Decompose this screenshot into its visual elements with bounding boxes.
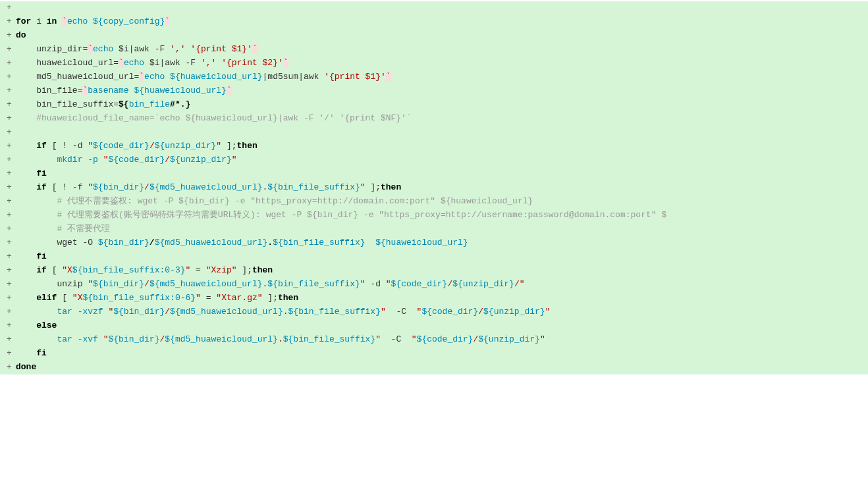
diff-sign: +: [7, 84, 16, 98]
kw-for: for: [16, 16, 31, 26]
code: fi: [16, 250, 861, 264]
diff-line: + # 代理需要鉴权(账号密码特殊字符均需要URL转义): wget -P ${…: [0, 209, 868, 222]
code: #huaweicloud_file_name=`echo ${huaweiclo…: [16, 112, 861, 126]
diff-line: + bin_file=`basename ${huaweicloud_url}`: [0, 84, 868, 98]
diff-line: + fi: [0, 167, 868, 181]
diff-sign: +: [7, 112, 16, 126]
diff-line: + huaweicloud_url=`echo $i|awk -F ',' '{…: [0, 57, 868, 70]
kw-do: do: [16, 30, 26, 40]
backtick: `: [283, 58, 288, 68]
code: [16, 126, 861, 140]
diff-sign: +: [7, 167, 16, 181]
diff-line: +: [0, 1, 868, 15]
diff-sign: +: [7, 278, 16, 292]
backtick: `: [227, 86, 232, 95]
code: for i in `echo ${copy_config}`: [16, 15, 861, 29]
code: done: [16, 361, 861, 374]
diff-sign: +: [7, 361, 16, 374]
diff-line: + # 代理不需要鉴权: wget -P ${bin_dir} -e "http…: [0, 195, 868, 209]
diff-sign: +: [7, 222, 16, 236]
code: fi: [16, 347, 861, 361]
diff-line: + #huaweicloud_file_name=`echo ${huaweic…: [0, 112, 868, 126]
diff-sign: +: [7, 209, 16, 222]
code: # 不需要代理: [16, 222, 861, 236]
diff-sign: +: [7, 319, 16, 333]
diff-line: + if [ "X${bin_file_suffix:0-3}" = "Xzip…: [0, 264, 868, 278]
code: huaweicloud_url=`echo $i|awk -F ',' '{pr…: [16, 57, 861, 70]
code: tar -xvzf "${bin_dir}/${md5_huaweicloud_…: [16, 305, 861, 319]
code: # 代理需要鉴权(账号密码特殊字符均需要URL转义): wget -P ${bi…: [16, 209, 861, 222]
diff-line: + md5_huaweicloud_url=`echo ${huaweiclou…: [0, 70, 868, 84]
diff-line: + unzip "${bin_dir}/${md5_huaweicloud_ur…: [0, 278, 868, 292]
diff-line: + elif [ "X${bin_file_suffix:0-6}" = "Xt…: [0, 292, 868, 305]
code: unzip "${bin_dir}/${md5_huaweicloud_url}…: [16, 278, 861, 292]
code: fi: [16, 167, 861, 181]
diff-sign: +: [7, 43, 16, 57]
comment: #huaweicloud_file_name=`echo ${huaweiclo…: [36, 113, 412, 123]
diff-line: + fi: [0, 250, 868, 264]
backtick: `: [165, 16, 170, 26]
kw-in: in: [47, 16, 57, 26]
diff-line: + fi: [0, 347, 868, 361]
code: bin_file_suffix=${bin_file#*.}: [16, 98, 861, 112]
diff-sign: +: [7, 333, 16, 347]
diff-sign: +: [7, 347, 16, 361]
backtick: `: [252, 44, 258, 54]
cmd-echo: echo: [67, 16, 93, 26]
diff-line: + do: [0, 29, 868, 43]
code: mkdir -p "${code_dir}/${unzip_dir}": [16, 153, 861, 167]
diff-line: + for i in `echo ${copy_config}`: [0, 15, 868, 29]
comment: # 代理不需要鉴权: wget -P ${bin_dir} -e "https_…: [57, 196, 533, 206]
diff-sign: +: [7, 140, 16, 153]
backtick: `: [119, 58, 124, 68]
diff-sign: +: [7, 236, 16, 250]
diff-line: + else: [0, 319, 868, 333]
code: tar -xvf "${bin_dir}/${md5_huaweicloud_u…: [16, 333, 861, 347]
code: do: [16, 29, 861, 43]
diff-line: + if [ ! -d "${code_dir}/${unzip_dir}" ]…: [0, 140, 868, 153]
code: else: [16, 319, 861, 333]
diff-sign: +: [7, 264, 16, 278]
diff-sign: +: [7, 181, 16, 195]
backtick: `: [88, 44, 93, 54]
diff-sign: +: [7, 195, 16, 209]
diff-line: + done: [0, 361, 868, 374]
diff-sign: +: [7, 250, 16, 264]
diff-line: + tar -xvf "${bin_dir}/${md5_huaweicloud…: [0, 333, 868, 347]
code: if [ "X${bin_file_suffix:0-3}" = "Xzip" …: [16, 264, 861, 278]
diff-line: + if [ ! -f "${bin_dir}/${md5_huaweiclou…: [0, 181, 868, 195]
diff-line: + bin_file_suffix=${bin_file#*.}: [0, 98, 868, 112]
code: wget -O ${bin_dir}/${md5_huaweicloud_url…: [16, 236, 861, 250]
comment: # 不需要代理: [57, 224, 110, 234]
diff-sign: +: [7, 1, 16, 15]
diff-sign: +: [7, 98, 16, 112]
backtick: `: [386, 72, 391, 82]
code: md5_huaweicloud_url=`echo ${huaweicloud_…: [16, 70, 861, 84]
code: elif [ "X${bin_file_suffix:0-6}" = "Xtar…: [16, 292, 861, 305]
diff-sign: +: [7, 15, 16, 29]
diff-sign: +: [7, 292, 16, 305]
code: if [ ! -d "${code_dir}/${unzip_dir}" ];t…: [16, 140, 861, 153]
diff-line: + tar -xvzf "${bin_dir}/${md5_huaweiclou…: [0, 305, 868, 319]
code: # 代理不需要鉴权: wget -P ${bin_dir} -e "https_…: [16, 195, 861, 209]
diff-code-view[interactable]: + + for i in `echo ${copy_config}` + do …: [0, 0, 868, 489]
diff-line: + wget -O ${bin_dir}/${md5_huaweicloud_u…: [0, 236, 868, 250]
diff-sign: +: [7, 126, 16, 140]
backtick: `: [62, 16, 67, 26]
comment: # 代理需要鉴权(账号密码特殊字符均需要URL转义): wget -P ${bi…: [57, 210, 666, 220]
diff-sign: +: [7, 305, 16, 319]
diff-line: + # 不需要代理: [0, 222, 868, 236]
code: unzip_dir=`echo $i|awk -F ',' '{print $1…: [16, 43, 861, 57]
code: if [ ! -f "${bin_dir}/${md5_huaweicloud_…: [16, 181, 861, 195]
diff-sign: +: [7, 70, 16, 84]
diff-sign: +: [7, 57, 16, 70]
diff-sign: +: [7, 29, 16, 43]
backtick: `: [139, 72, 144, 82]
diff-line: + unzip_dir=`echo $i|awk -F ',' '{print …: [0, 43, 868, 57]
diff-line: +: [0, 126, 868, 140]
diff-sign: +: [7, 153, 16, 167]
diff-line: + mkdir -p "${code_dir}/${unzip_dir}": [0, 153, 868, 167]
code: [16, 1, 861, 15]
var: ${copy_config}: [93, 16, 165, 26]
code: bin_file=`basename ${huaweicloud_url}`: [16, 84, 861, 98]
